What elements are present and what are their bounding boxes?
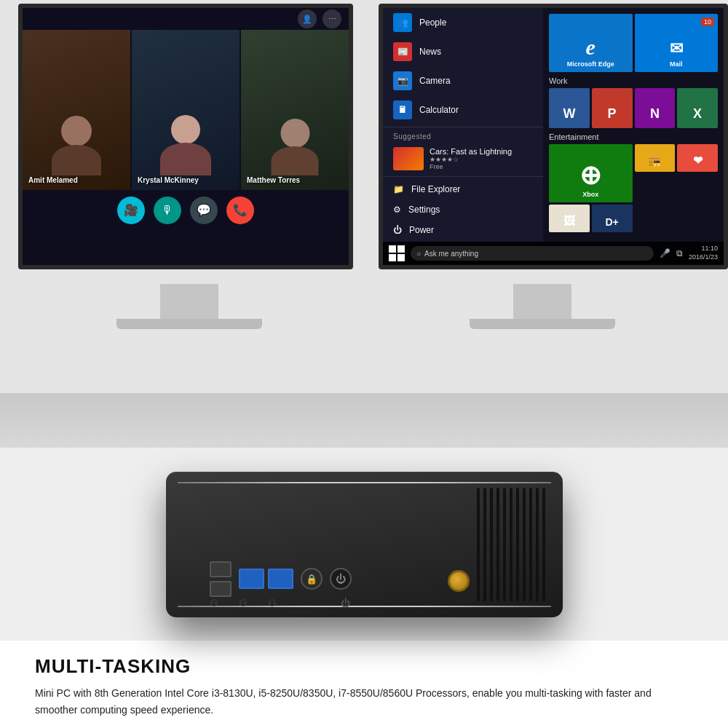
multitasking-description: Mini PC with 8th Generation Intel Core i… [35, 685, 693, 719]
iheart-icon: ❤ [693, 154, 703, 167]
end-call-btn[interactable]: 📞 [226, 197, 254, 224]
vent-slit-2 [483, 488, 486, 601]
right-monitor: 👥 People 📰 News 📷 Camera [357, 0, 728, 393]
left-monitor-stand [160, 284, 218, 320]
more-options-btn[interactable]: ⋯ [323, 9, 341, 28]
taskbar-view-icon[interactable]: ⧉ [676, 248, 683, 258]
windows-tiles: e Microsoft Edge 10 ✉ Mail Work [543, 8, 724, 242]
app-people[interactable]: 👥 People [383, 8, 543, 37]
mini-pc-area: 🔒 ⏻ ⚇ ⚇ ⚇ ⏻ [0, 448, 728, 641]
usb2-port-2[interactable] [210, 581, 232, 597]
vent-slit-5 [503, 488, 506, 601]
pc-vents [477, 488, 542, 601]
wifi-antenna-connector [448, 570, 470, 592]
divider-1 [383, 127, 543, 127]
app-settings[interactable]: ⚙ Settings [383, 199, 543, 220]
camera-toggle-btn[interactable]: 🎥 [117, 197, 145, 224]
mic-toggle-btn[interactable]: 🎙 [154, 197, 181, 224]
usb-symbol-2: ⚇ [239, 598, 248, 609]
video-grid: Amit Melamed Krystal McKinney [23, 30, 349, 190]
vent-slit-1 [477, 488, 480, 601]
start-sq-2 [397, 245, 405, 253]
windows-start-button[interactable] [389, 245, 405, 261]
tile-edge-label: Microsoft Edge [567, 60, 614, 68]
tile-word[interactable]: W [549, 88, 590, 128]
disney-icon: D+ [605, 216, 618, 228]
app-camera[interactable]: 📷 Camera [383, 66, 543, 95]
tile-photo[interactable]: 🖼 [549, 205, 590, 232]
pc-front-panel: 🔒 ⏻ [210, 561, 352, 597]
app-file-explorer[interactable]: 📁 File Explorer [383, 179, 543, 199]
start-sq-4 [397, 254, 405, 261]
tile-tunein[interactable]: 📻 [635, 144, 676, 172]
taskbar-date: 2016/1/23 [689, 253, 718, 262]
windows-bottom-items: 📁 File Explorer ⚙ Settings ⏻ Power [383, 179, 543, 242]
tile-excel[interactable]: X [677, 88, 718, 128]
divider-2 [383, 176, 543, 177]
onenote-icon: N [650, 106, 660, 122]
suggested-app-icon [393, 147, 424, 170]
usb2-ports [210, 561, 232, 597]
mini-pc: 🔒 ⏻ ⚇ ⚇ ⚇ ⏻ [166, 472, 563, 617]
calc-icon: 🖩 [393, 100, 412, 119]
person-name-1: Amit Melamed [28, 176, 78, 184]
vent-slit-8 [523, 488, 526, 601]
settings-icon: ⚙ [393, 205, 401, 215]
chat-btn[interactable]: 💬 [190, 197, 218, 224]
tile-xbox[interactable]: ⊕ Xbox [549, 144, 633, 202]
taskbar-clock: 11:10 2016/1/23 [689, 245, 718, 261]
tile-xbox-label: Xbox [582, 191, 598, 198]
pc-lock-button[interactable]: 🔒 [301, 568, 323, 590]
tile-edge[interactable]: e Microsoft Edge [549, 14, 633, 72]
tile-disney[interactable]: D+ [592, 205, 633, 232]
vent-slit-6 [510, 488, 513, 601]
tile-powerpoint[interactable]: P [592, 88, 633, 128]
right-monitor-stand [513, 284, 571, 320]
left-monitor-screen: 👤 ⋯ Amit Melamed [18, 4, 353, 269]
person-name-2: Krystal McKinney [138, 176, 199, 184]
power-symbol: ⏻ [341, 598, 350, 609]
windows-left-panel: 👥 People 📰 News 📷 Camera [383, 8, 543, 242]
vent-slit-10 [536, 488, 539, 601]
suggested-app-name: Cars: Fast as Lightning [430, 147, 512, 156]
mail-envelope-icon: ✉ [670, 39, 683, 58]
usb-symbols-row: ⚇ ⚇ ⚇ [210, 598, 277, 609]
usb-symbol-1: ⚇ [210, 598, 218, 609]
avatar-3 [272, 119, 319, 175]
windows-taskbar: ○ Ask me anything 🎤 ⧉ 11:10 2016/1/23 [383, 242, 724, 265]
usb2-port-1[interactable] [210, 561, 232, 577]
start-sq-3 [389, 254, 396, 261]
tile-mail[interactable]: 10 ✉ Mail [635, 14, 719, 72]
app-news[interactable]: 📰 News [383, 37, 543, 66]
avatar-2 [160, 115, 211, 175]
file-explorer-icon: 📁 [393, 184, 404, 194]
vent-slit-11 [542, 488, 545, 601]
excel-icon: X [693, 106, 702, 122]
windows-search-bar[interactable]: ○ Ask me anything [411, 246, 654, 261]
word-icon: W [563, 106, 575, 122]
video-cell-3: Matthew Torres [241, 30, 349, 190]
tiles-row-entertainment: ⊕ Xbox 📻 ❤ 🖼 [549, 144, 718, 232]
tile-onenote[interactable]: N [635, 88, 676, 128]
ppt-icon: P [608, 106, 617, 122]
power-label: Power [409, 225, 434, 235]
camera-icon: 📷 [393, 71, 412, 90]
usb3-port-2[interactable] [268, 569, 293, 589]
video-cell-1: Amit Melamed [23, 30, 130, 190]
tiles-entertainment-label: Entertainment [549, 132, 718, 141]
xbox-x-icon: ⊕ [579, 160, 601, 191]
app-power[interactable]: ⏻ Power [383, 220, 543, 240]
usb3-port-1[interactable] [239, 569, 264, 589]
tiles-row-work: W P N X [549, 88, 718, 128]
tile-iheartradio[interactable]: ❤ [677, 144, 718, 172]
video-call-top-bar: 👤 ⋯ [23, 8, 349, 30]
app-calculator[interactable]: 🖩 Calculator [383, 95, 543, 124]
suggested-app[interactable]: Cars: Fast as Lightning ★★★★☆ Free [383, 143, 543, 174]
person-icon-btn[interactable]: 👤 [298, 9, 317, 28]
taskbar-mic-icon[interactable]: 🎤 [660, 248, 670, 258]
photo-icon: 🖼 [563, 215, 575, 228]
pc-power-button[interactable]: ⏻ [330, 568, 352, 590]
vent-slit-4 [496, 488, 499, 601]
app-calc-label: Calculator [419, 105, 459, 115]
app-news-label: News [419, 47, 441, 57]
